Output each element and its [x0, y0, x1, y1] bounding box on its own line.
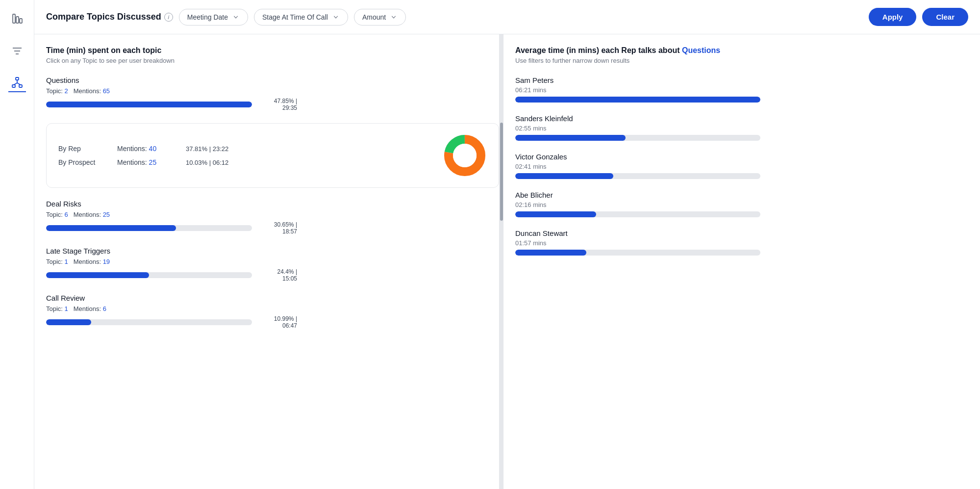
- questions-bar-track: [46, 102, 252, 107]
- donut-chart: [443, 133, 487, 178]
- right-panel-title: Average time (in mins) each Rep talks ab…: [515, 46, 968, 55]
- by-rep-row: By Rep Mentions: 40 37.81% | 23:22: [58, 145, 431, 153]
- filter-icon[interactable]: [8, 42, 26, 60]
- call-review-bar-row: 10.99% |06:47: [46, 315, 499, 329]
- right-title-prefix: Average time (in mins) each Rep talks ab…: [515, 46, 680, 54]
- main-area: Compare Topics Discussed i Meeting Date …: [34, 0, 980, 489]
- rep-bar-fill-victor-gonzales: [515, 173, 613, 179]
- late-stage-bar-row: 24.4% |15:05: [46, 268, 499, 282]
- by-prospect-pct: 10.03% | 06:12: [186, 159, 240, 166]
- topic-meta-questions: Topic: 2 Mentions: 65: [46, 87, 499, 95]
- rep-bar-fill-sanders-kleinfeld: [515, 135, 626, 141]
- rep-bar-fill-duncan-stewart: [515, 250, 586, 256]
- scroll-thumb[interactable]: [500, 123, 503, 221]
- rep-name-sanders-kleinfeld: Sanders Kleinfeld: [515, 114, 968, 123]
- expanded-rows: By Rep Mentions: 40 37.81% | 23:22 By Pr…: [58, 145, 431, 166]
- page-title: Compare Topics Discussed i: [46, 12, 173, 22]
- scroll-divider: [500, 34, 503, 489]
- svg-rect-7: [12, 85, 15, 87]
- late-stage-topic-num: 1: [65, 258, 68, 265]
- questions-expanded-card: By Rep Mentions: 40 37.81% | 23:22 By Pr…: [46, 123, 499, 188]
- svg-rect-0: [13, 14, 15, 23]
- rep-bar-track-sanders-kleinfeld: [515, 135, 760, 141]
- svg-rect-1: [16, 17, 19, 23]
- call-review-bar-track: [46, 319, 252, 325]
- rep-bar-track-victor-gonzales: [515, 173, 760, 179]
- rep-bar-fill-abe-blicher: [515, 211, 596, 217]
- content-area: Time (min) spent on each topic Click on …: [34, 34, 980, 489]
- topic-row-questions[interactable]: Questions Topic: 2 Mentions: 65 47.85% |…: [46, 76, 499, 111]
- call-review-bar-fill: [46, 319, 91, 325]
- topic-meta-late-stage: Topic: 1 Mentions: 19: [46, 258, 499, 265]
- stage-dropdown[interactable]: Stage At Time Of Call: [254, 9, 348, 26]
- svg-line-10: [14, 83, 17, 85]
- topic-row-deal-risks[interactable]: Deal Risks Topic: 6 Mentions: 25 30.65% …: [46, 200, 499, 235]
- deal-risks-bar-row: 30.65% |18:57: [46, 221, 499, 235]
- rep-time-sanders-kleinfeld: 02:55 mins: [515, 125, 968, 132]
- by-rep-count: 40: [149, 145, 157, 153]
- by-prospect-label: By Prospect: [58, 158, 107, 166]
- svg-rect-8: [19, 85, 22, 87]
- rep-name-duncan-stewart: Duncan Stewart: [515, 229, 968, 237]
- left-panel-subtitle: Click on any Topic to see per user break…: [46, 57, 499, 64]
- amount-label: Amount: [362, 13, 386, 21]
- by-rep-label: By Rep: [58, 145, 107, 153]
- questions-bar-stats: 47.85% |29:35: [258, 98, 297, 111]
- amount-dropdown[interactable]: Amount: [354, 9, 406, 26]
- info-icon[interactable]: i: [164, 13, 173, 22]
- rep-time-sam-peters: 06:21 mins: [515, 86, 968, 94]
- rep-time-victor-gonzales: 02:41 mins: [515, 163, 968, 170]
- stage-label: Stage At Time Of Call: [262, 13, 328, 21]
- call-review-mentions: 6: [103, 305, 106, 312]
- rep-row-sanders-kleinfeld: Sanders Kleinfeld 02:55 mins: [515, 114, 968, 141]
- by-prospect-count: 25: [149, 158, 157, 166]
- right-panel-subtitle: Use filters to further narrow down resul…: [515, 57, 968, 64]
- topic-name-deal-risks: Deal Risks: [46, 200, 499, 208]
- rep-row-abe-blicher: Abe Blicher 02:16 mins: [515, 191, 968, 217]
- rep-name-sam-peters: Sam Peters: [515, 76, 968, 84]
- by-prospect-row: By Prospect Mentions: 25 10.03% | 06:12: [58, 158, 431, 166]
- late-stage-bar-fill: [46, 272, 149, 278]
- meeting-date-dropdown[interactable]: Meeting Date: [179, 9, 248, 26]
- rep-row-victor-gonzales: Victor Gonzales 02:41 mins: [515, 153, 968, 179]
- bar-chart-icon[interactable]: [8, 10, 26, 27]
- left-panel: Time (min) spent on each topic Click on …: [34, 34, 500, 489]
- rep-row-duncan-stewart: Duncan Stewart 01:57 mins: [515, 229, 968, 256]
- svg-rect-6: [16, 77, 19, 80]
- topic-row-late-stage[interactable]: Late Stage Triggers Topic: 1 Mentions: 1…: [46, 247, 499, 282]
- left-panel-title: Time (min) spent on each topic: [46, 46, 499, 55]
- rep-time-duncan-stewart: 01:57 mins: [515, 239, 968, 247]
- topic-num-questions: 2: [65, 87, 68, 95]
- questions-bar-row: 47.85% |29:35: [46, 98, 499, 111]
- rep-bar-track-sam-peters: [515, 97, 760, 103]
- topic-name-questions: Questions: [46, 76, 499, 84]
- clear-button[interactable]: Clear: [922, 8, 968, 26]
- header: Compare Topics Discussed i Meeting Date …: [34, 0, 980, 34]
- sidebar: [0, 0, 34, 489]
- by-prospect-mentions: Mentions: 25: [117, 158, 176, 166]
- questions-bar-fill: [46, 102, 252, 107]
- late-stage-bar-stats: 24.4% |15:05: [258, 268, 297, 282]
- rep-time-abe-blicher: 02:16 mins: [515, 201, 968, 208]
- topic-mentions-questions: 65: [103, 87, 110, 95]
- topic-row-call-review[interactable]: Call Review Topic: 1 Mentions: 6 10.99% …: [46, 294, 499, 329]
- title-text: Compare Topics Discussed: [46, 12, 161, 22]
- deal-risks-topic-num: 6: [65, 211, 68, 218]
- topic-name-call-review: Call Review: [46, 294, 499, 302]
- rep-bar-track-abe-blicher: [515, 211, 760, 217]
- rep-bar-track-duncan-stewart: [515, 250, 760, 256]
- svg-line-11: [17, 83, 21, 85]
- by-rep-pct: 37.81% | 23:22: [186, 145, 240, 153]
- rep-bar-fill-sam-peters: [515, 97, 760, 103]
- topic-name-late-stage: Late Stage Triggers: [46, 247, 499, 255]
- deal-risks-bar-stats: 30.65% |18:57: [258, 221, 297, 235]
- rep-row-sam-peters: Sam Peters 06:21 mins: [515, 76, 968, 103]
- topic-meta-call-review: Topic: 1 Mentions: 6: [46, 305, 499, 312]
- apply-button[interactable]: Apply: [869, 8, 917, 26]
- right-title-topic-link[interactable]: Questions: [682, 46, 720, 54]
- deal-risks-bar-fill: [46, 225, 176, 231]
- network-icon[interactable]: [8, 75, 26, 92]
- late-stage-bar-track: [46, 272, 252, 278]
- deal-risks-mentions: 25: [103, 211, 110, 218]
- call-review-topic-num: 1: [65, 305, 68, 312]
